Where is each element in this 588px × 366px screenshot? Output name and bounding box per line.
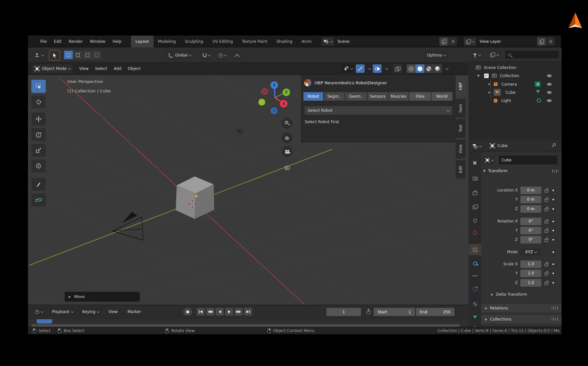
outliner-row-collection[interactable]: ▼ ✓ Collection	[469, 72, 562, 80]
animate-dot[interactable]	[552, 230, 554, 231]
collections-panel[interactable]: ▶ Collections	[481, 314, 562, 324]
zoom-view-button[interactable]	[282, 118, 293, 129]
transform-orientation-dropdown[interactable]: Global	[165, 51, 194, 60]
snap-toggle-button[interactable]	[201, 51, 212, 60]
hide-eye-icon[interactable]	[547, 91, 552, 94]
select-robot-dropdown[interactable]: Select Robot	[304, 106, 452, 115]
auto-keying-button[interactable]	[183, 308, 192, 316]
viewport-3d[interactable]: User Perspective (1) Collection | Cube	[28, 75, 468, 305]
outliner-row-scene-collection[interactable]: Scene Collection	[469, 63, 562, 72]
object-name-input[interactable]: Cube	[499, 156, 558, 164]
tab-render-properties[interactable]	[469, 173, 481, 184]
shading-solid-button[interactable]	[416, 64, 424, 73]
panel-grip[interactable]	[552, 318, 558, 321]
gizmos-toggle[interactable]	[356, 64, 365, 73]
sidebar-tab-edit[interactable]: Edit	[456, 160, 466, 178]
play-reverse-button[interactable]	[216, 308, 224, 316]
animate-dot[interactable]	[552, 282, 554, 284]
hbp-tab-muscles[interactable]: Muscles	[388, 92, 409, 101]
hide-eye-icon[interactable]	[547, 82, 552, 86]
menu-edit[interactable]: Edit	[50, 38, 65, 45]
gizmo-y-axis[interactable]: Y	[283, 89, 290, 96]
shading-rendered-button[interactable]	[433, 64, 442, 73]
tool-annotate[interactable]	[31, 178, 46, 191]
gizmo-z-axis[interactable]: Z	[270, 81, 278, 89]
workspace-tab-modeling[interactable]: Modeling	[154, 36, 181, 47]
view-layer-name-field[interactable]: View Layer	[477, 37, 536, 46]
hbp-tab-sensors[interactable]: Sensors	[368, 92, 388, 101]
select-mode-extend-button[interactable]	[74, 51, 82, 59]
panel-grip[interactable]	[552, 307, 558, 309]
shading-material-button[interactable]	[424, 64, 433, 73]
jump-to-start-button[interactable]	[197, 308, 205, 316]
rotation-mode-dropdown[interactable]: XYZ	[520, 248, 541, 256]
tool-cursor[interactable]	[31, 95, 46, 108]
prev-keyframe-button[interactable]	[206, 308, 214, 316]
select-mode-new-button[interactable]	[64, 51, 73, 59]
tool-measure[interactable]	[31, 193, 46, 207]
tool-scale[interactable]	[31, 144, 46, 157]
viewport-menu-select[interactable]: Select	[92, 65, 110, 72]
viewport-menu-view[interactable]: View	[76, 65, 92, 72]
sidebar-tab-tool[interactable]: Tool	[456, 119, 466, 138]
gizmo-y-neg-axis[interactable]	[258, 99, 265, 106]
options-dropdown[interactable]: Options	[424, 51, 448, 60]
animate-dot[interactable]	[552, 208, 554, 210]
tool-select-box[interactable]	[31, 80, 46, 93]
timeline-scrollbar[interactable]	[31, 324, 460, 327]
lock-icon[interactable]	[545, 208, 548, 211]
lock-icon[interactable]	[545, 199, 548, 202]
jump-to-end-button[interactable]	[244, 308, 252, 316]
tool-move[interactable]	[31, 112, 46, 125]
transform-panel-header[interactable]: ▼ Transform	[483, 169, 559, 173]
sidebar-tab-hbp[interactable]: HBP	[456, 76, 466, 96]
active-tool-dropdown[interactable]	[32, 51, 46, 60]
menu-window[interactable]: Window	[86, 38, 109, 45]
selectability-dropdown[interactable]	[342, 64, 355, 73]
frame-end-field[interactable]: End250	[416, 308, 454, 316]
timeline-menu-view[interactable]: View	[105, 308, 121, 315]
tab-tool-properties[interactable]	[469, 157, 481, 168]
hbp-tab-robot[interactable]: Robot	[303, 92, 323, 101]
lock-icon[interactable]	[545, 264, 548, 266]
view-layer-browse-button[interactable]	[464, 37, 476, 46]
gizmo-x-axis[interactable]: X	[280, 100, 287, 108]
delta-transform-panel[interactable]: ▶ Delta Transform	[487, 292, 527, 297]
hide-eye-icon[interactable]	[547, 74, 552, 78]
menu-help[interactable]: Help	[109, 38, 125, 45]
scene-new-button[interactable]	[439, 37, 449, 46]
animate-dot[interactable]	[552, 190, 554, 191]
animate-dot[interactable]	[552, 221, 554, 222]
gizmo-x-neg-axis[interactable]	[261, 88, 268, 95]
falloff-curve-button[interactable]	[232, 51, 242, 60]
hbp-tab-segments[interactable]: Segm..	[324, 92, 345, 101]
scale-z-field[interactable]: 1.0	[520, 279, 541, 287]
outliner-row-camera[interactable]: ▶ Camera	[469, 80, 562, 88]
shading-dropdown[interactable]	[443, 64, 449, 73]
gizmos-dropdown[interactable]	[366, 64, 372, 73]
workspace-tab-animation[interactable]: Anim	[297, 36, 312, 47]
sidebar-tab-view[interactable]: View	[456, 140, 466, 158]
pan-view-button[interactable]	[282, 132, 293, 143]
location-z-field[interactable]: 0 m	[520, 205, 541, 213]
collection-checkbox[interactable]: ✓	[484, 74, 489, 78]
panel-grip[interactable]	[552, 170, 559, 173]
outliner-search-input[interactable]	[505, 51, 559, 58]
lock-icon[interactable]	[545, 282, 548, 285]
viewport-menu-object[interactable]: Object	[124, 65, 144, 72]
lock-icon[interactable]	[545, 221, 548, 224]
proportional-edit-button[interactable]	[216, 51, 229, 60]
location-y-field[interactable]: 0 m	[520, 196, 541, 203]
play-button[interactable]	[225, 308, 233, 316]
overlays-toggle[interactable]	[373, 64, 382, 73]
disclosure-closed-icon[interactable]: ▶	[488, 83, 490, 86]
animate-dot[interactable]	[552, 251, 554, 253]
menu-file[interactable]: File	[37, 38, 50, 45]
playback-menu[interactable]: Playback	[49, 308, 76, 316]
operator-panel-move[interactable]: ▶ Move	[65, 292, 140, 302]
scene-unlink-button[interactable]: ×	[449, 37, 457, 46]
view-layer-new-button[interactable]	[537, 37, 546, 46]
timeline-track-area[interactable]	[28, 318, 468, 327]
playhead-marker[interactable]	[37, 319, 52, 324]
hide-eye-icon[interactable]	[547, 99, 552, 103]
